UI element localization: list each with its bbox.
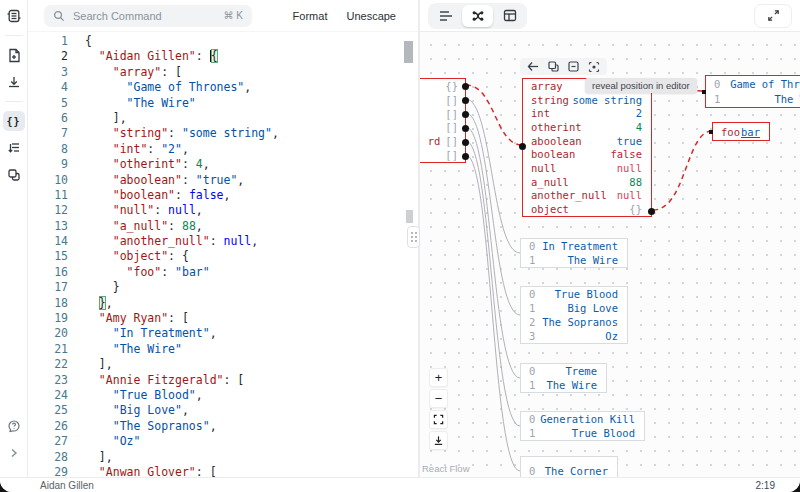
flow-controls: + − [429,368,448,450]
focus-node-icon[interactable] [588,61,600,73]
connection-handle [520,470,521,474]
code-line: 8 "int": "2", [28,142,418,157]
editor-scrollbar-mark [406,210,413,223]
download-icon[interactable] [3,72,25,92]
code-line: 23 "Annie Fitzgerald": [ [28,373,418,388]
connection-handle [709,130,713,134]
format-button[interactable]: Format [293,10,328,22]
line-number: 8 [28,142,68,157]
treme-node[interactable]: 0Treme1The Wire [520,363,607,393]
download-image-button[interactable] [429,431,448,450]
line-number: 11 [28,188,68,203]
statusbar-path: Aidan Gillen [40,480,94,491]
json-code-editor[interactable]: 1{2 "Aidan Gillen": {3 "array": [4 "Game… [28,32,418,477]
line-number: 26 [28,419,68,434]
divider-drag-handle[interactable] [407,226,420,248]
root-node[interactable]: {}[][][]rd[][] [420,78,466,163]
app-logo-icon[interactable] [3,6,25,26]
unescape-button[interactable]: Unescape [346,10,396,22]
connection-handle [520,252,521,256]
line-number: 15 [28,249,68,264]
line-number: 16 [28,265,68,280]
code-line: 13 "a_null": 88, [28,219,418,234]
line-number: 9 [28,157,68,172]
react-flow-attribution[interactable]: React Flow [422,463,470,474]
expand-sidebar-icon[interactable] [3,443,25,463]
node-row: 1Big Love [521,301,627,315]
back-icon[interactable] [527,61,539,72]
node-row: abooleantrue [523,134,651,148]
line-number: 12 [28,203,68,218]
reveal-tooltip: reveal position in editor [585,78,697,93]
annie-fitzgerald-node[interactable]: 0True Blood1Big Love2The Sopranos3Oz [520,286,628,344]
table-view-icon [503,9,517,22]
code-line: 1{ [28,34,418,49]
connection-handle [462,83,469,90]
code-line: 21 "The Wire" [28,342,418,357]
fullscreen-icon [767,9,780,22]
new-file-icon[interactable] [3,45,25,65]
list-view-button[interactable] [430,5,461,27]
search-icon [53,10,65,22]
statusbar: Aidan Gillen 2:19 [0,477,800,492]
zoom-out-button[interactable]: − [429,389,448,408]
node-row: 0The Corner [521,457,617,477]
code-line: 2 "Aidan Gillen": { [28,49,418,64]
code-line: 10 "aboolean": "true", [28,173,418,188]
help-icon[interactable] [3,416,25,436]
sidebar: {} [0,0,28,477]
code-line: 20 "In Treatment", [28,326,418,341]
code-line: 12 "null": null, [28,203,418,218]
node-row: a_null88 [523,175,651,189]
generation-kill-node[interactable]: 0Generation Kill1True Blood [520,411,645,441]
code-line: 9 "otherint": 4, [28,157,418,172]
node-row: 2The Sopranos [521,315,627,329]
code-line: 16 "foo": "bar" [28,265,418,280]
node-row: 1The Wire [521,378,606,392]
download-image-icon [433,435,444,446]
code-line: 27 "Oz" [28,434,418,449]
foo-bar-node[interactable]: foobar [712,122,770,141]
amy-ryan-node[interactable]: 0In Treatment1The Wire [520,238,628,268]
editor-scrollbar-thumb[interactable] [404,41,413,63]
search-command-box[interactable]: ⌘ K [44,5,252,27]
node-row: {} [420,79,465,93]
node-row: [] [420,107,465,121]
line-number: 23 [28,373,68,388]
connection-handle [462,111,469,118]
search-input[interactable] [71,9,218,23]
copy-tools-icon[interactable] [3,165,25,185]
the-corner-node[interactable]: 0The Corner [520,456,618,477]
line-number: 25 [28,403,68,418]
node-row: 0Game of Thrones [706,76,800,92]
aidan-gillen-node[interactable]: arraystringsome stringint2otherint4abool… [522,78,652,217]
line-number: 27 [28,434,68,449]
line-number: 22 [28,357,68,372]
node-row: 0Treme [521,364,606,378]
collapse-node-icon[interactable] [568,61,579,72]
fit-view-button[interactable] [429,410,448,429]
table-view-button[interactable] [494,5,525,27]
graph-view-button[interactable] [462,5,493,27]
search-shortcut: ⌘ K [224,10,243,21]
copy-node-icon[interactable] [548,61,559,72]
transform-icon[interactable] [3,138,25,158]
connection-handle [520,425,521,429]
line-number: 28 [28,450,68,465]
code-line: 4 "Game of Thrones", [28,80,418,95]
node-row: [] [420,120,465,134]
game-of-thrones-array-node[interactable]: 0Game of Thrones1The Wire [705,75,800,108]
line-number: 19 [28,311,68,326]
line-number: 1 [28,34,68,49]
node-row: stringsome string [523,93,651,107]
connection-handle [702,90,706,94]
braces-icon: {} [6,116,20,127]
code-line: 24 "True Blood", [28,388,418,403]
code-line: 5 "The Wire" [28,96,418,111]
json-editor-tab-icon[interactable]: {} [3,111,25,131]
fullscreen-button[interactable] [754,4,792,28]
zoom-in-button[interactable]: + [429,368,448,387]
line-number: 24 [28,388,68,403]
node-row: 0True Blood [521,287,627,301]
graph-canvas[interactable]: reveal position in editor + − [420,32,800,477]
